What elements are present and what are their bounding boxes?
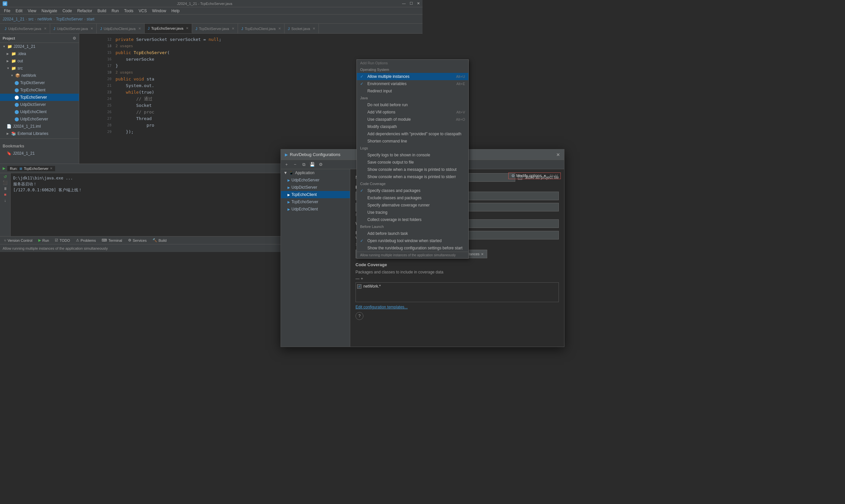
menu-view[interactable]: View	[25, 8, 39, 14]
tab-close-udpechoserver[interactable]: ✕	[44, 27, 47, 30]
tab-tcpechoclient[interactable]: J TcpEchoClient.java ✕	[238, 24, 284, 33]
tab-close-socket[interactable]: ✕	[313, 27, 315, 30]
run-button[interactable]: ▶ Run	[36, 237, 52, 244]
menu-refactor[interactable]: Refactor	[75, 8, 95, 14]
menu-navigate[interactable]: Navigate	[39, 8, 60, 14]
tab-udpechoserver[interactable]: J UdpEchoServer.java ✕	[1, 24, 50, 33]
tab-tcpechoserver[interactable]: J TcpEchoServer.java ✕	[145, 24, 192, 33]
tree-udpechoclient[interactable]: ⬤ UdpEchoClient	[0, 108, 79, 115]
menu-build[interactable]: Build	[95, 8, 109, 14]
menu-code[interactable]: Code	[60, 8, 75, 14]
tree-tcpechoclient[interactable]: ⬤ TcpEchoClient	[0, 86, 79, 94]
tab-socket[interactable]: J Socket.java ✕	[284, 24, 319, 33]
tab-udpdictserver[interactable]: J UdpDictServer.java ✕	[50, 24, 97, 33]
tree-udpechoserver-item[interactable]: ⬤ UdpEchoServer	[0, 115, 79, 123]
tree-tcpechoserver[interactable]: ⬤ TcpEchoServer	[0, 94, 79, 101]
dd-show-settings-before[interactable]: ✓ Show the run/debug configuration setti…	[357, 245, 423, 252]
dd-add-vm-options[interactable]: ✓ Add VM options Alt+V	[357, 109, 423, 116]
tab-tcpdictserver[interactable]: J TcpDictServer.java ✕	[192, 24, 238, 33]
dd-shorten-command[interactable]: ✓ Shorten command line	[357, 138, 423, 145]
project-tree[interactable]: ▼ 📁 J2024_1_21 ▶ 📁 .idea ▶ 📁 out ▼ 📁 src…	[0, 43, 79, 164]
config-udpdictserver-item[interactable]: ▶ UdpDictServer	[281, 184, 350, 191]
menu-edit[interactable]: Edit	[13, 8, 25, 14]
minimize-button[interactable]: —	[402, 1, 406, 6]
tree-external-libs[interactable]: ▶ 📚 External Libraries	[0, 130, 79, 137]
config-tcpechoclient-item[interactable]: ▶ TcpEchoClient	[281, 191, 350, 198]
dd-modify-classpath[interactable]: ✓ Modify classpath	[357, 123, 423, 130]
tab-close-tcpdictserver[interactable]: ✕	[232, 27, 234, 30]
breadcrumb-item-netWork[interactable]: netWork	[37, 17, 52, 21]
tree-iml[interactable]: 📄 J2024_1_21.iml	[0, 123, 79, 130]
tab-close-udpdictserver[interactable]: ✕	[90, 27, 93, 30]
dd-show-console-stdout[interactable]: ✓ Show console when a message is printed…	[357, 166, 423, 173]
breadcrumb-item-src[interactable]: src	[29, 17, 34, 21]
breadcrumb-item-method[interactable]: start	[87, 17, 94, 21]
dd-specify-logs[interactable]: ✓ Specify logs to be shown in console	[357, 151, 423, 159]
dd-open-run-window[interactable]: ✓ Open run/debug tool window when starte…	[357, 237, 423, 245]
dd-do-not-build[interactable]: ✓ Do not build before run	[357, 101, 423, 109]
maximize-button[interactable]: ☐	[410, 1, 413, 6]
todo-button[interactable]: ☑ TODO	[52, 237, 73, 244]
close-button[interactable]: ✕	[417, 1, 420, 6]
menu-help[interactable]: Help	[169, 8, 182, 14]
config-remove-button[interactable]: −	[292, 161, 299, 168]
dd-add-dependencies[interactable]: ✓ Add dependencies with "provided" scope…	[357, 130, 423, 138]
services-button[interactable]: ⚙ Services	[125, 237, 149, 244]
run-scroll-icon[interactable]: ↓	[4, 198, 6, 203]
config-add-button[interactable]: +	[283, 161, 290, 168]
config-udpechoserver-item[interactable]: ▶ UdpEchoServer	[281, 177, 350, 184]
run-pause-icon[interactable]: ⏸	[3, 186, 7, 191]
breadcrumb-item-project[interactable]: J2024_1_21	[3, 17, 24, 21]
tree-tcpdictserver[interactable]: ⬤ TcpDictServer	[0, 79, 79, 86]
dd-exclude-classes[interactable]: ✓ Exclude classes and packages	[357, 194, 423, 201]
dd-specify-runner[interactable]: ✓ Specify alternative coverage runner	[357, 201, 423, 209]
dd-show-console-stderr[interactable]: ✓ Show console when a message is printed…	[357, 173, 423, 180]
tree-network[interactable]: ▼ 📦 netWork	[0, 72, 79, 79]
tree-src[interactable]: ▼ 📁 src	[0, 65, 79, 72]
run-stop-red-icon[interactable]: ■	[4, 192, 6, 197]
menu-window[interactable]: Window	[149, 8, 169, 14]
tree-project-root[interactable]: ▼ 📁 J2024_1_21	[0, 43, 79, 50]
dd-save-console[interactable]: ✓ Save console output to file	[357, 159, 423, 166]
dd-redirect-input[interactable]: ✓ Redirect input	[357, 87, 423, 95]
terminal-button[interactable]: ⌨ Terminal	[99, 237, 125, 244]
dd-use-classpath[interactable]: ✓ Use classpath of module Alt+O	[357, 116, 423, 123]
tab-close-udpechoclient[interactable]: ✕	[138, 27, 141, 30]
tree-udpdictserver[interactable]: ⬤ UdpDictServer	[0, 101, 79, 108]
sidebar-settings-icon[interactable]: ⚙	[73, 36, 76, 40]
config-save-button[interactable]: 💾	[309, 161, 316, 168]
dd-specify-classes[interactable]: ✓ Specify classes and packages	[357, 187, 423, 194]
dd-env-vars[interactable]: ✓ Environment variables Alt+E	[357, 80, 423, 87]
tab-close-tcpechoserver[interactable]: ✕	[186, 26, 189, 30]
tab-udpechoclient[interactable]: J UdpEchoClient.java ✕	[97, 24, 144, 33]
app-icon: IJ	[3, 1, 7, 6]
menu-tools[interactable]: Tools	[122, 8, 136, 14]
tab-close-tcpechoclient[interactable]: ✕	[278, 27, 281, 30]
modify-options-dropdown: Add Run Options Operating System ✓ Allow…	[356, 59, 423, 252]
menu-file[interactable]: File	[1, 8, 13, 14]
breadcrumb-item-class[interactable]: TcpEchoServer	[56, 17, 83, 21]
config-application-parent[interactable]: ▼ 📱 Application	[281, 169, 350, 177]
java-icon: J	[100, 27, 102, 31]
dd-use-tracing[interactable]: ✓ Use tracing	[357, 209, 423, 216]
dd-collect-coverage[interactable]: ✓ Collect coverage in test folders	[357, 216, 423, 223]
problems-button[interactable]: ⚠ Problems	[73, 237, 99, 244]
editor-tabs: J UdpEchoServer.java ✕ J UdpDictServer.j…	[0, 24, 423, 34]
terminal-icon: ⌨	[102, 238, 107, 242]
tree-bookmark-project[interactable]: 🔖 J2024_1_21	[0, 150, 79, 157]
dd-add-before-launch[interactable]: ✓ Add before launch task	[357, 230, 423, 237]
config-udpechoclient-item[interactable]: ▶ UdpEchoClient	[281, 205, 350, 213]
build-button[interactable]: 🔨 Build	[150, 237, 169, 244]
config-tcpechoserver-item[interactable]: ▶ TcpEchoServer	[281, 198, 350, 205]
config-settings-button[interactable]: ⚙	[317, 161, 324, 168]
menu-vcs[interactable]: VCS	[136, 8, 149, 14]
dd-allow-multiple[interactable]: ✓ Allow multiple instances Alt+U	[357, 73, 423, 80]
tree-out[interactable]: ▶ 📁 out	[0, 57, 79, 65]
run-stop-icon[interactable]: ⬛	[3, 180, 7, 185]
run-rerun-icon[interactable]: ↺	[4, 175, 7, 179]
menu-run[interactable]: Run	[109, 8, 122, 14]
version-control-button[interactable]: ⑂ Version Control	[1, 237, 35, 244]
tree-idea[interactable]: ▶ 📁 .idea	[0, 50, 79, 57]
run-tab[interactable]: Run: 🖥 TcpEchoServer ✕	[7, 166, 55, 171]
config-copy-button[interactable]: ⧉	[300, 161, 307, 168]
